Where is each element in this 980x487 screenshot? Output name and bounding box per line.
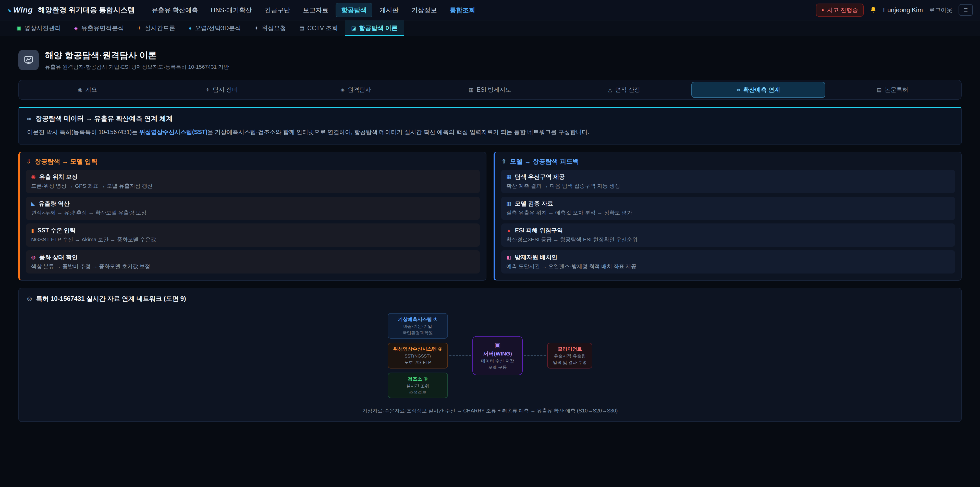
main-nav: 유출유 확산예측 HNS·대기확산 긴급구난 보고자료 항공탐색 게시판 기상정… <box>146 3 481 18</box>
tab-label: 면적 산정 <box>615 86 640 94</box>
feedback-item-esi-risk-zone: ▲ESI 피해 위험구역 확산경로×ESI 등급 → 항공탐색 ESI 현장확인… <box>501 224 955 247</box>
image-management-icon: ▣ <box>16 25 21 31</box>
app-root: ∿Wing 해양환경 위기대응 통합시스템 유출유 확산예측 HNS·대기확산 … <box>0 0 980 487</box>
input-item-weathering-state: ◍풍화 상태 확인 색상 분류 → 증발비 추정 → 풍화모델 초기값 보정 <box>26 250 480 273</box>
node-line: 바람·기온·기압 <box>393 324 442 329</box>
item-title: ▮SST 수온 입력 <box>31 227 475 235</box>
node-title: 위성영상수신시스템 ② <box>393 346 442 353</box>
node-line: 입력 및 결과 수령 <box>553 360 587 365</box>
subnav-label: 항공탐색 이론 <box>359 24 398 32</box>
hamburger-menu-button[interactable]: ≡ <box>959 4 973 16</box>
tab-area-calculation[interactable]: △면적 산정 <box>557 82 691 98</box>
tab-label: 탐지 장비 <box>213 86 238 94</box>
subnav-label: 영상사진관리 <box>24 24 61 32</box>
feedback-item-resource-deployment: ◧방제자원 배치안 예측 도달시간 → 오일펜스·방제정 최적 배치 좌표 제공 <box>501 250 955 273</box>
aerial-search-theory-icon: ◪ <box>351 25 356 31</box>
feedback-item-priority-zone: ▦탐색 우선구역 제공 확산 예측 결과 → 다음 탐색 집중구역 자동 생성 <box>501 170 955 193</box>
nav-aerial-search[interactable]: 항공탐색 <box>336 3 372 18</box>
drone-icon: ✈ <box>137 25 142 31</box>
subnav-cctv-view[interactable]: ▤CCTV 조회 <box>293 21 344 36</box>
network-diagram: 기상예측시스템 ① 바람·기온·기압 국립환경과학원 위성영상수신시스템 ② S… <box>27 313 953 398</box>
inbox-icon: ⇩ <box>26 158 31 165</box>
subnav-label: 오염/선박3D분석 <box>195 24 241 32</box>
subnav-pollution-ship-3d[interactable]: ●오염/선박3D분석 <box>183 21 247 36</box>
logo-wave-icon: ∿ <box>7 7 12 14</box>
tab-remote-sensing[interactable]: ◈원격탐사 <box>289 82 423 98</box>
subnav-aerial-search-theory[interactable]: ◪항공탐색 이론 <box>345 21 404 36</box>
node-line: 국립환경과학원 <box>393 330 442 335</box>
satellite-request-icon: ✦ <box>255 25 259 31</box>
incident-label: 사고 진행중 <box>827 6 858 14</box>
node-title: 기상예측시스템 ① <box>393 316 442 323</box>
top-bar-right: ● 사고 진행중 Eunjeong Kim 로그아웃 ≡ <box>816 3 973 17</box>
tab-label: 확산예측 연계 <box>743 86 780 94</box>
top-bar-left: ∿Wing 해양환경 위기대응 통합시스템 유출유 확산예측 HNS·대기확산 … <box>7 3 481 18</box>
item-title: ◧방제자원 배치안 <box>506 253 950 261</box>
subnav-image-management[interactable]: ▣영상사진관리 <box>10 21 67 36</box>
subnav-label: CCTV 조회 <box>307 24 338 32</box>
nav-weather-info[interactable]: 기상정보 <box>406 3 442 18</box>
page-title: 해양 항공탐색·원격탐사 이론 <box>45 49 229 61</box>
network-title-text: 특허 10-1567431 실시간 자료 연계 네트워크 (도면 9) <box>36 294 186 303</box>
tab-forecast-link[interactable]: ∞확산예측 연계 <box>691 82 826 98</box>
user-name[interactable]: Eunjeong Kim <box>883 6 923 14</box>
item-desc: 면적×두께 → 유량 추정 → 확산모델 유출량 보정 <box>31 209 475 216</box>
link-banner-title: ∞항공탐색 데이터 → 유출유 확산예측 연계 체계 <box>27 114 953 123</box>
item-title: ▥모델 검증 자료 <box>506 200 950 208</box>
node-title: 서버(WING) <box>481 350 514 357</box>
nav-emergency-rescue[interactable]: 긴급구난 <box>259 3 296 18</box>
node-line: SST(NGSST) <box>393 353 442 359</box>
notification-bell-icon[interactable] <box>870 6 877 14</box>
map-icon: ▦ <box>506 174 511 180</box>
tab-esi-map[interactable]: ▦ESI 방제지도 <box>423 82 557 98</box>
tab-detection-equipment[interactable]: ✈탐지 장비 <box>155 82 289 98</box>
app-title: 해양환경 위기대응 통합시스템 <box>38 5 135 15</box>
bar-chart-icon: ▥ <box>506 200 511 207</box>
item-title-text: 풍화 상태 확인 <box>39 253 78 261</box>
node-line: 유출지점·유출량 <box>553 353 587 359</box>
node-line: 모델 구동 <box>481 365 514 370</box>
card-title-text: 항공탐색 → 모델 입력 <box>35 157 97 166</box>
connector-server-to-client <box>524 355 546 356</box>
nav-reports[interactable]: 보고자료 <box>298 3 334 18</box>
nav-hns-dispersion[interactable]: HNS·대기확산 <box>205 3 258 18</box>
model-input-card: ⇩항공탐색 → 모델 입력 ◉유출 위치 보정 드론·위성 영상 → GPS 좌… <box>18 152 487 281</box>
item-desc: 드론·위성 영상 → GPS 좌표 → 모델 유출지점 갱신 <box>31 182 475 190</box>
papers-patents-icon: ▤ <box>877 87 882 93</box>
page-chart-icon <box>18 50 39 70</box>
item-title-text: 유출량 역산 <box>38 200 69 208</box>
tab-papers-patents[interactable]: ▤논문특허 <box>825 82 959 98</box>
network-panel-title: ◎특허 10-1567431 실시간 자료 연계 네트워크 (도면 9) <box>27 294 953 303</box>
node-title: 검조소 ③ <box>393 376 442 382</box>
app-logo[interactable]: ∿Wing <box>7 6 33 14</box>
item-title-text: 탐색 우선구역 제공 <box>515 173 565 181</box>
logout-button[interactable]: 로그아웃 <box>929 6 953 14</box>
node-tide-station: 검조소 ③ 실시간 조위 조석정보 <box>388 373 448 398</box>
patent-network-panel: ◎특허 10-1567431 실시간 자료 연계 네트워크 (도면 9) 기상예… <box>18 288 962 422</box>
tab-label: 논문특허 <box>885 86 908 94</box>
link-system-banner: ∞항공탐색 데이터 → 유출유 확산예측 연계 체계 이문진 박사 특허(등록특… <box>18 107 962 145</box>
node-line: 조석정보 <box>393 390 442 395</box>
link-icon: ∞ <box>27 115 32 122</box>
page-subtitle: 유출유 원격탐지·항공감시 기법·ESI 방제정보지도·등록특허 10-1567… <box>45 63 229 70</box>
cctv-icon: ▤ <box>299 25 304 31</box>
incident-status-badge[interactable]: ● 사고 진행중 <box>816 3 864 17</box>
model-feedback-card: ⇧모델 → 항공탐색 피드백 ▦탐색 우선구역 제공 확산 예측 결과 → 다음… <box>493 152 962 281</box>
item-title: ◉유출 위치 보정 <box>31 173 475 181</box>
tab-overview[interactable]: ◉개요 <box>21 82 155 98</box>
item-desc: 확산 예측 결과 → 다음 탐색 집중구역 자동 생성 <box>506 182 950 190</box>
subnav-satellite-request[interactable]: ✦위성요청 <box>248 21 293 36</box>
sub-nav: ▣영상사진관리 ◈유출유면적분석 ✈실시간드론 ●오염/선박3D분석 ✦위성요청… <box>0 21 980 36</box>
logo-text: Wing <box>13 6 33 14</box>
top-bar: ∿Wing 해양환경 위기대응 통합시스템 유출유 확산예측 HNS·대기확산 … <box>0 0 980 21</box>
page-title-block: 해양 항공탐색·원격탐사 이론 유출유 원격탐지·항공감시 기법·ESI 방제정… <box>45 49 229 70</box>
subnav-realtime-drone[interactable]: ✈실시간드론 <box>131 21 181 36</box>
node-client: 클라이언트 유출지점·유출량 입력 및 결과 수령 <box>547 343 592 369</box>
nav-board[interactable]: 게시판 <box>374 3 404 18</box>
nav-spill-forecast[interactable]: 유출유 확산예측 <box>146 3 204 18</box>
item-title-text: 유출 위치 보정 <box>39 173 78 181</box>
area-calculation-icon: △ <box>608 87 612 93</box>
nav-integrated-search[interactable]: 통합조회 <box>444 3 481 18</box>
subnav-oil-area-analysis[interactable]: ◈유출유면적분석 <box>68 21 130 36</box>
input-item-sst-temperature: ▮SST 수온 입력 NGSST FTP 수신 → Akima 보간 → 풍화모… <box>26 224 480 247</box>
